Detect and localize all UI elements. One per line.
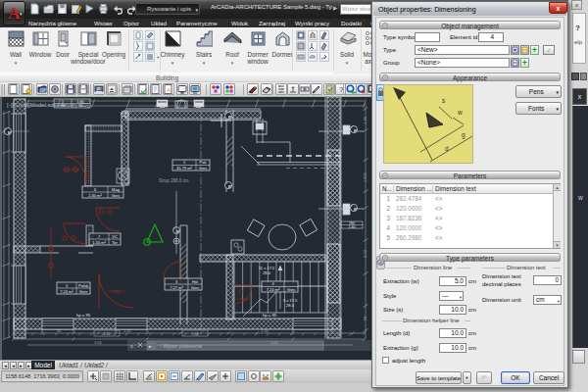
svg-text:7.27 m²: 7.27 m² [170,285,183,290]
svg-text:7.24 m²: 7.24 m² [60,289,74,294]
svg-text:2.01: 2.01 [192,332,199,336]
svg-text:1.34 m²: 1.34 m² [92,240,106,245]
svg-text:x: x [130,343,133,349]
svg-text:Hol: Hol [192,279,198,284]
svg-text:90: 90 [78,104,82,108]
svg-text:Strop 288.0 cm: Strop 288.0 cm [159,178,189,183]
svg-text:1.20: 1.20 [363,116,368,124]
svg-text:Pokój: Pokój [78,283,88,288]
svg-text:hp = 95: hp = 95 [263,313,277,318]
svg-text:98: 98 [363,316,368,320]
svg-text:2.02: 2.02 [363,249,368,258]
svg-text:3.64: 3.64 [94,341,101,345]
svg-text:Gres: Gres [191,285,200,290]
svg-text:hp = 95: hp = 95 [76,313,91,318]
svg-text:Mag: Mag [112,187,120,192]
svg-text:Gres: Gres [79,289,88,294]
svg-text:Gres: Gres [112,193,121,198]
svg-text:Gres: Gres [199,166,208,171]
svg-text:s: s [442,97,446,104]
svg-text:VC: VC [112,234,118,239]
svg-text:Ter: Ter [112,240,118,245]
svg-text:1.50: 1.50 [104,332,111,336]
svg-text:28.0: 28.0 [263,270,271,275]
svg-text:Gres: Gres [287,287,296,292]
svg-text:A: A [167,87,171,93]
svg-text:g: g [462,131,466,139]
svg-text:- Wpisz polecenie: - Wpisz polecenie [160,343,202,349]
svg-text:w: w [457,109,463,116]
svg-text:1.805: 1.805 [363,172,368,182]
svg-text:180: 180 [113,289,120,294]
svg-text:1.80: 1.80 [349,225,356,229]
svg-text:28.0: 28.0 [286,303,295,308]
svg-text:d: d [445,145,449,152]
svg-text:2.30 m²: 2.30 m² [88,193,102,198]
svg-text:7.24 m²: 7.24 m² [267,287,280,292]
svg-text:100: 100 [241,297,248,302]
svg-text:G: G [148,373,152,379]
svg-text:.80: .80 [61,104,66,108]
svg-text:45.79 m²: 45.79 m² [176,166,192,171]
